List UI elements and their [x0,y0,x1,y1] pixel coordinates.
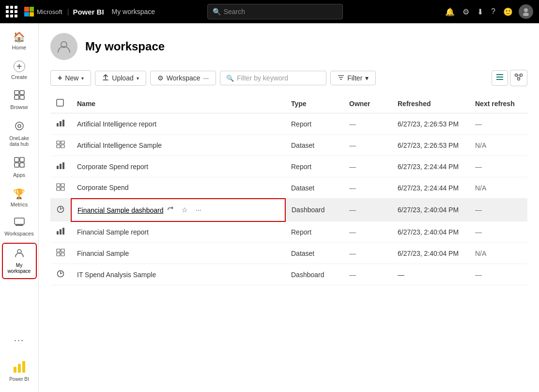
table-cell-icon [50,221,71,243]
table-cell-name: Corporate Spend report [71,156,285,177]
share-button[interactable] [165,205,176,215]
svg-rect-37 [57,145,60,148]
table-cell-owner: — [343,199,392,221]
main-layout: 🏠 Home + Create Browse OneLakedata hub A… [0,23,539,392]
svg-rect-15 [14,367,16,373]
table-cell-refreshed: — [392,264,469,285]
table-cell-owner: — [343,243,392,264]
sidebar-label-metrics: Metrics [11,202,28,208]
topnav-icon-group: 🔔 ⚙ ⬇ ? 🙂 [443,4,533,19]
table-cell-refreshed: 6/27/23, 2:24:44 PM [392,156,469,177]
svg-rect-4 [15,95,19,99]
table-cell-owner: — [343,221,392,243]
table-cell-name: Artificial Intelligence report [71,113,285,135]
table-cell-icon [50,156,71,177]
home-icon: 🏠 [13,31,25,43]
sidebar-item-apps[interactable]: Apps [2,153,37,182]
svg-rect-48 [60,229,62,235]
more-icon: ··· [14,335,24,345]
table-cell-type: Dashboard [285,199,343,221]
table-cell-name: Financial Sample dashboard ☆ ··· [71,199,285,221]
svg-rect-32 [57,123,59,126]
sidebar-item-home[interactable]: 🏠 Home [2,27,37,55]
svg-point-26 [520,74,523,77]
search-input[interactable] [224,8,338,16]
svg-rect-45 [61,188,64,190]
microsoft-logo: Microsoft | [24,7,69,16]
table-cell-owner: — [343,135,392,156]
global-search-box[interactable]: 🔍 [207,4,343,19]
svg-rect-35 [57,141,60,144]
help-button[interactable]: ? [489,5,497,18]
svg-rect-38 [61,145,64,148]
table-cell-refreshed: 6/27/23, 2:40:04 PM [392,221,469,243]
table-cell-name: Artificial Intelligence Sample [71,135,285,156]
table-cell-refreshed: 6/27/23, 2:26:53 PM [392,135,469,156]
svg-line-30 [519,76,521,78]
svg-rect-3 [20,91,24,94]
new-button[interactable]: + New ▾ [50,70,91,86]
lineage-view-button[interactable] [510,70,527,86]
notification-button[interactable]: 🔔 [443,5,457,18]
table-header-row: Name Type Owner Refreshed Next refresh [50,94,527,113]
filter-icon [338,74,344,82]
myworkspace-icon [14,248,25,261]
user-avatar[interactable] [519,4,533,19]
list-view-button[interactable] [492,70,508,86]
download-button[interactable]: ⬇ [475,5,485,18]
table-cell-owner: — [343,177,392,199]
svg-rect-51 [61,249,64,252]
feedback-button[interactable]: 🙂 [501,5,515,18]
svg-line-29 [517,76,518,78]
main-content: My workspace + New ▾ Upload ▾ ⚙ Workspac… [39,23,539,392]
svg-rect-9 [20,157,24,162]
table-cell-refreshed: 6/27/23, 2:26:53 PM [392,113,469,135]
sidebar-label-workspaces: Workspaces [4,231,33,237]
sidebar-item-onelake[interactable]: OneLakedata hub [2,117,37,151]
upload-caret-icon: ▾ [137,76,139,81]
new-caret-icon: ▾ [81,76,84,81]
table-cell-type: Dashboard [285,264,343,285]
more-options-button[interactable]: ··· [194,205,203,215]
onelake-icon [14,121,25,134]
table-cell-refreshed: 6/27/23, 2:40:04 PM [392,243,469,264]
sidebar-item-browse[interactable]: Browse [2,86,37,114]
table-cell-icon [50,264,71,285]
svg-point-7 [18,125,21,127]
settings-button[interactable]: ⚙ [461,5,471,18]
sidebar-label-onelake: OneLakedata hub [9,136,29,147]
svg-rect-39 [57,166,59,169]
table-cell-icon [50,135,71,156]
table-cell-owner: — [343,113,392,135]
item-name-text: IT Spend Analysis Sample [77,271,156,279]
table-row: Artificial Intelligence report Report — … [50,113,527,135]
upload-button[interactable]: Upload ▾ [95,71,146,86]
waffle-menu[interactable] [6,6,17,17]
svg-point-1 [523,13,529,16]
sidebar-item-more[interactable]: ··· [2,331,37,349]
table-cell-type: Dataset [285,177,343,199]
table-row: Financial Sample dashboard ☆ ··· Dashboa… [50,199,527,221]
new-label: New [65,74,78,82]
sidebar-item-workspaces[interactable]: Workspaces [2,214,37,241]
workspace-button[interactable]: ⚙ Workspace ··· [150,71,216,85]
table-row: Financial Sample report Report — 6/27/23… [50,221,527,243]
filter-keyword-box[interactable]: 🔍 Filter by keyword [220,71,326,85]
table-cell-name: Corporate Spend [71,177,285,199]
table-row: IT Spend Analysis Sample Dashboard — — — [50,264,527,285]
filter-button[interactable]: Filter ▾ [330,71,376,85]
favorite-button[interactable]: ☆ [180,205,190,215]
workspace-avatar [50,33,77,60]
sidebar-item-metrics[interactable]: 🏆 Metrics [2,184,37,212]
item-name-link[interactable]: Financial Sample dashboard [77,206,163,214]
workspace-header: My workspace [50,33,527,60]
svg-rect-11 [20,163,24,167]
svg-rect-42 [57,184,60,187]
table-cell-next: N/A [469,135,527,156]
item-name-text: Corporate Spend [77,184,129,191]
table-cell-next: — [469,156,527,177]
table-cell-type: Dataset [285,135,343,156]
sidebar-item-myworkspace[interactable]: Myworkspace [2,243,37,279]
col-header-name[interactable]: Name [71,94,285,113]
sidebar-item-create[interactable]: + Create [2,57,37,84]
